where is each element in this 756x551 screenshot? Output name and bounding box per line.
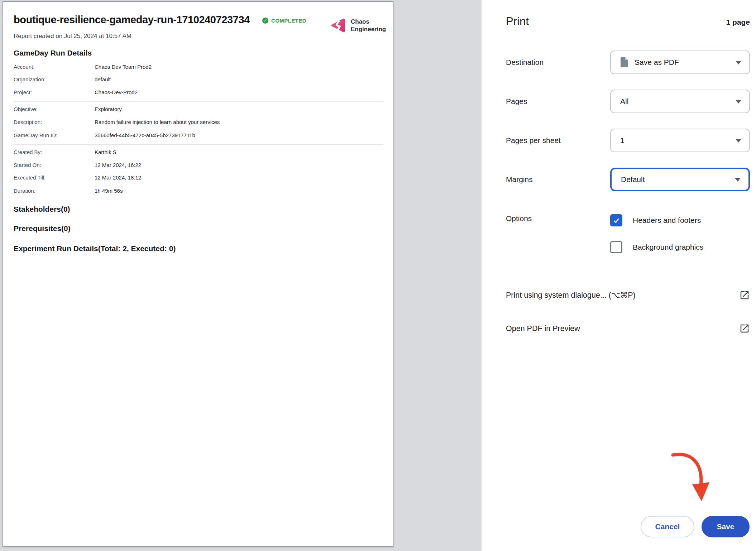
destination-field: Destination Save as PDF xyxy=(506,51,750,74)
options-label: Options xyxy=(506,214,532,253)
status-badge: ✓ COMPLETED xyxy=(262,18,306,24)
destination-value: Save as PDF xyxy=(635,58,679,67)
cancel-button[interactable]: Cancel xyxy=(641,516,694,537)
pdf-file-icon xyxy=(620,57,629,68)
logo-line2: Engineering xyxy=(351,25,386,33)
chevron-down-icon xyxy=(736,139,741,143)
detail-row: Duration: 1h 49m 56s xyxy=(14,188,383,196)
pages-per-sheet-select[interactable]: 1 xyxy=(610,129,750,152)
pages-value: All xyxy=(620,97,628,106)
detail-row: Organization: default xyxy=(14,76,383,84)
chevron-down-icon xyxy=(735,178,741,182)
chaos-logo-icon xyxy=(329,17,346,34)
headers-footers-label: Headers and footers xyxy=(633,216,701,225)
check-circle-icon: ✓ xyxy=(262,18,268,24)
headers-footers-option[interactable]: Headers and footers xyxy=(610,214,750,226)
report-preview-page: boutique-resilience-gameday-run-17102407… xyxy=(3,1,393,547)
logo-wordmark: Chaos Engineering xyxy=(351,18,386,33)
page-count: 1 page xyxy=(726,18,750,27)
pages-field: Pages All xyxy=(506,90,750,113)
divider xyxy=(14,101,383,102)
pages-per-sheet-value: 1 xyxy=(620,136,625,145)
detail-row: Created By: Karthik S xyxy=(14,149,383,157)
heading-gameday-run-details: GameDay Run Details xyxy=(14,49,92,57)
chevron-down-icon xyxy=(736,61,741,64)
detail-row: Project: Chaos-Dev-Prod2 xyxy=(14,89,383,97)
pages-per-sheet-label: Pages per sheet xyxy=(506,136,561,145)
chevron-down-icon xyxy=(736,100,741,104)
headers-footers-checkbox[interactable] xyxy=(610,214,622,226)
options-field: Options Headers and footers Background g… xyxy=(506,214,750,253)
logo-line1: Chaos xyxy=(351,18,386,25)
destination-select[interactable]: Save as PDF xyxy=(610,51,750,74)
margins-value: Default xyxy=(621,175,645,184)
detail-row: Executed Till: 12 Mar 2024, 18:12 xyxy=(14,174,383,182)
pages-select[interactable]: All xyxy=(610,90,750,113)
heading-stakeholders: Stakeholders(0) xyxy=(14,205,70,214)
chaos-engineering-logo: Chaos Engineering xyxy=(329,17,386,34)
print-dialog-title: Print xyxy=(506,15,529,28)
heading-experiment-run-details: Experiment Run Details(Total: 2, Execute… xyxy=(14,244,176,253)
save-button[interactable]: Save xyxy=(702,516,750,537)
background-graphics-option[interactable]: Background graphics xyxy=(610,241,750,253)
detail-row: Objective: Exploratory xyxy=(14,106,383,114)
check-icon xyxy=(612,216,620,224)
print-preview-area: boutique-resilience-gameday-run-17102407… xyxy=(0,0,482,551)
heading-prerequisites: Prerequisites(0) xyxy=(14,224,71,233)
destination-label: Destination xyxy=(506,58,544,67)
open-in-new-icon xyxy=(739,323,750,334)
open-pdf-preview-link[interactable]: Open PDF in Preview xyxy=(506,318,750,339)
background-graphics-checkbox[interactable] xyxy=(610,241,622,253)
detail-row: Description: Random failure injection to… xyxy=(14,119,383,127)
pages-per-sheet-field: Pages per sheet 1 xyxy=(506,129,750,152)
open-pdf-preview-text: Open PDF in Preview xyxy=(506,324,580,333)
system-dialog-text: Print using system dialogue... (⌥⌘P) xyxy=(506,291,636,300)
margins-label: Margins xyxy=(506,175,533,184)
margins-field: Margins Default xyxy=(506,168,750,191)
print-dialog-panel: Print 1 page Destination Save as PDF Pag… xyxy=(482,0,756,551)
detail-row: Account: Chaos Dev Team Prod2 xyxy=(14,64,383,72)
pages-label: Pages xyxy=(506,97,527,106)
report-title: boutique-resilience-gameday-run-17102407… xyxy=(14,14,250,26)
system-dialog-link[interactable]: Print using system dialogue... (⌥⌘P) xyxy=(506,284,750,306)
status-text: COMPLETED xyxy=(271,18,306,24)
background-graphics-label: Background graphics xyxy=(633,243,703,251)
margins-select[interactable]: Default xyxy=(610,168,750,191)
detail-row: Started On: 12 Mar 2024, 16:22 xyxy=(14,162,383,170)
open-in-new-icon xyxy=(739,290,750,301)
report-created-line: Report created on Jul 25, 2024 at 10:57 … xyxy=(14,33,131,40)
red-arrow-annotation xyxy=(668,450,718,509)
detail-row: GameDay Run ID: 35660fed-44b5-472c-a045-… xyxy=(14,132,383,140)
divider xyxy=(14,144,383,145)
